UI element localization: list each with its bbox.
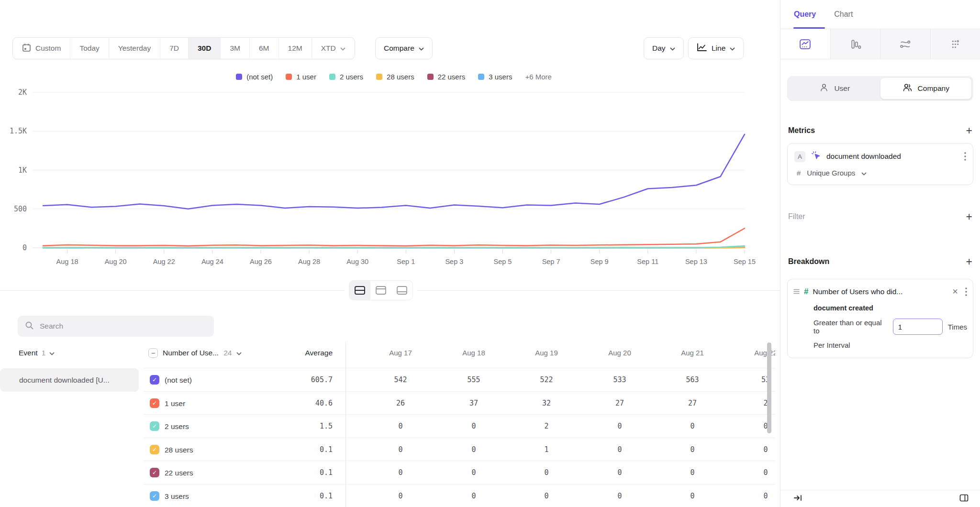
- line-chart[interactable]: 05001K1.5K2KAug 18Aug 20Aug 22Aug 24Aug …: [0, 86, 780, 268]
- legend-swatch: [427, 74, 434, 80]
- table-row: ✓ 1 user 40.6 26373227272: [144, 391, 775, 415]
- chart-legend: (not set)1 user2 users28 users22 users3 …: [43, 73, 745, 81]
- tab-chart[interactable]: Chart: [834, 10, 853, 19]
- dot-grid-chart-type-button[interactable]: [930, 29, 980, 59]
- split-view-button[interactable]: [349, 281, 370, 300]
- svg-text:Aug 30: Aug 30: [346, 258, 368, 265]
- cell-value: 563: [657, 368, 728, 392]
- series-checkbox[interactable]: ✓: [150, 398, 159, 408]
- table-only-view-button[interactable]: [391, 281, 412, 300]
- flow-chart-type-button[interactable]: [880, 29, 930, 59]
- series-label: 3 users: [165, 485, 189, 507]
- line-chart-type-button[interactable]: [780, 29, 830, 59]
- analytics-app: CustomTodayYesterday7D30D3M6M12MXTD Comp…: [0, 0, 980, 507]
- date-column-header: Aug 19: [511, 342, 582, 364]
- range-option-12m[interactable]: 12M: [279, 38, 312, 59]
- range-option-7d[interactable]: 7D: [160, 38, 189, 59]
- chevron-down-icon: [861, 169, 867, 177]
- add-breakdown-button[interactable]: +: [966, 257, 972, 266]
- drag-handle-icon[interactable]: [793, 287, 800, 296]
- cell-value: 0: [657, 461, 728, 485]
- legend-swatch: [236, 74, 242, 80]
- series-checkbox[interactable]: ✓: [150, 421, 159, 431]
- cell-value: 37: [438, 392, 510, 415]
- svg-text:2K: 2K: [18, 88, 27, 97]
- legend-item[interactable]: 28 users: [376, 73, 414, 81]
- person-icon: [819, 83, 829, 94]
- svg-text:1.5K: 1.5K: [10, 127, 27, 135]
- cell-value: 0: [730, 438, 775, 462]
- metric-event-name[interactable]: document downloaded: [826, 152, 959, 161]
- company-toggle-option[interactable]: Company: [880, 78, 972, 99]
- range-option-xtd[interactable]: XTD: [312, 38, 355, 59]
- event-list-item[interactable]: document downloaded [U...: [0, 368, 139, 392]
- chart-only-view-button[interactable]: [370, 281, 391, 300]
- table-row: ✓ (not set) 605.7 54255552253356353: [144, 368, 775, 391]
- series-checkbox[interactable]: ✓: [150, 445, 159, 454]
- search-input[interactable]: [40, 322, 198, 331]
- legend-item[interactable]: 3 users: [478, 73, 512, 81]
- range-option-custom[interactable]: Custom: [13, 38, 70, 59]
- cell-value: 0: [584, 485, 656, 507]
- cell-value: 0: [438, 461, 510, 485]
- svg-text:Sep 7: Sep 7: [542, 258, 560, 265]
- series-checkbox[interactable]: ✓: [150, 491, 159, 501]
- svg-text:Aug 18: Aug 18: [56, 258, 78, 265]
- compare-button[interactable]: Compare: [375, 37, 433, 59]
- range-option-yesterday[interactable]: Yesterday: [109, 38, 160, 59]
- series-checkbox[interactable]: ✓: [150, 375, 159, 385]
- cell-value: 0: [365, 485, 436, 507]
- legend-swatch: [376, 74, 382, 80]
- chevron-down-icon: [340, 44, 345, 53]
- metric-badge: A: [794, 151, 805, 162]
- metric-card[interactable]: A document downloaded # Unique Groups: [787, 143, 973, 185]
- breakdown-value-input[interactable]: [893, 319, 943, 335]
- metric-kebab-menu[interactable]: [964, 152, 966, 161]
- legend-item[interactable]: 22 users: [427, 73, 466, 81]
- svg-text:Aug 22: Aug 22: [153, 258, 175, 265]
- range-option-30d[interactable]: 30D: [189, 38, 221, 59]
- date-column-header: Aug 18: [438, 342, 510, 364]
- remove-breakdown-button[interactable]: ×: [952, 286, 958, 297]
- range-option-6m[interactable]: 6M: [250, 38, 279, 59]
- series-checkbox[interactable]: ✓: [150, 468, 159, 477]
- split-panel-icon[interactable]: [959, 494, 969, 504]
- svg-text:Sep 1: Sep 1: [397, 258, 415, 265]
- add-filter-button[interactable]: +: [966, 212, 972, 221]
- chevron-down-icon: [730, 44, 735, 53]
- table-scrollbar[interactable]: [767, 342, 771, 433]
- breakdown-card[interactable]: # Number of Users who did... × document …: [787, 279, 973, 358]
- date-column-header: Aug 20: [584, 342, 656, 364]
- cell-value: 27: [657, 392, 728, 415]
- svg-text:Aug 26: Aug 26: [250, 258, 272, 265]
- series-label: 1 user: [165, 392, 185, 415]
- breakdown-per-label[interactable]: Per Interval: [813, 341, 967, 349]
- legend-item[interactable]: (not set): [236, 73, 273, 81]
- breakdown-kebab-menu[interactable]: [965, 287, 967, 296]
- search-box[interactable]: [18, 316, 214, 337]
- chart-type-button[interactable]: Line: [688, 37, 744, 59]
- user-toggle-option[interactable]: User: [789, 78, 880, 99]
- average-value: 0.1: [261, 461, 333, 485]
- metric-aggregation[interactable]: # Unique Groups: [794, 169, 966, 177]
- range-option-3m[interactable]: 3M: [221, 38, 250, 59]
- legend-more[interactable]: +6 More: [525, 73, 551, 81]
- calendar-icon: [22, 43, 31, 54]
- collapse-panel-icon[interactable]: [793, 494, 803, 504]
- cell-value: 26: [365, 392, 436, 415]
- granularity-button[interactable]: Day: [644, 37, 684, 59]
- legend-item[interactable]: 1 user: [286, 73, 316, 81]
- line-chart-icon: [697, 43, 707, 54]
- range-option-today[interactable]: Today: [70, 38, 109, 59]
- chart-type-selector: [780, 29, 980, 59]
- breakdown-event-name[interactable]: document created: [813, 304, 967, 312]
- svg-text:500: 500: [14, 205, 27, 213]
- tab-query[interactable]: Query: [794, 10, 816, 19]
- compare-label: Compare: [384, 44, 414, 53]
- add-metric-button[interactable]: +: [966, 126, 972, 135]
- legend-item[interactable]: 2 users: [329, 73, 363, 81]
- breakdown-title[interactable]: Number of Users who did...: [813, 287, 948, 296]
- entity-toggle: User Company: [787, 76, 973, 101]
- average-value: 0.1: [261, 485, 333, 507]
- bar-chart-type-button[interactable]: [830, 29, 880, 59]
